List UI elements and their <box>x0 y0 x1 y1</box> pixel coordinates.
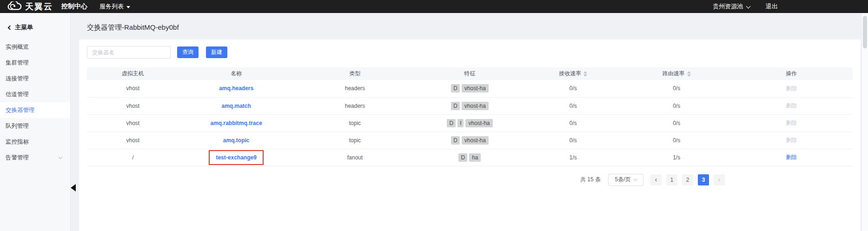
cell-action: 删除 <box>730 132 853 149</box>
highlight-box: test-exchange9 <box>209 150 263 165</box>
col-receive-rate[interactable]: 接收速率 <box>523 67 623 80</box>
cell-receive-rate: 0/s <box>523 97 623 114</box>
delete-action: 删除 <box>786 85 797 92</box>
exchange-name-link[interactable]: amq.match <box>221 103 251 109</box>
cell-route-rate: 0/s <box>623 132 730 149</box>
cell-type: headers <box>294 80 417 97</box>
cell-route-rate: 0/s <box>623 114 730 132</box>
services-menu[interactable]: 服务列表 <box>99 2 130 11</box>
feature-badge: ha <box>469 153 481 162</box>
feature-badge: vhost-ha <box>462 136 489 145</box>
exchange-table: 虚拟主机 名称 类型 特征 接收速率 路由速率 操作 vhost amq.hea… <box>87 67 853 166</box>
delete-action[interactable]: 删除 <box>786 154 797 160</box>
exchange-name-link[interactable]: amq.headers <box>219 85 253 92</box>
cell-receive-rate: 0/s <box>523 114 623 132</box>
chevron-down-icon <box>746 4 751 8</box>
cell-name: test-exchange9 <box>179 149 294 166</box>
scrollbar-thumb[interactable] <box>863 16 867 48</box>
cell-type: topic <box>294 114 417 132</box>
cell-receive-rate: 0/s <box>523 132 623 149</box>
feature-badge: D <box>447 119 456 127</box>
sidebar-item-instance-overview[interactable]: 实例概览 <box>0 39 70 55</box>
sidebar-back[interactable]: 主菜单 <box>0 13 70 39</box>
sidebar-item-exchange-mgmt[interactable]: 交换器管理 <box>0 102 70 118</box>
col-route-rate[interactable]: 路由速率 <box>623 67 730 80</box>
cell-features: Dvhost-ha <box>416 80 523 97</box>
delete-action: 删除 <box>786 102 797 109</box>
feature-badge: D <box>458 153 467 162</box>
cell-receive-rate: 1/s <box>523 149 623 166</box>
cell-route-rate: 0/s <box>623 80 730 97</box>
col-name: 名称 <box>179 67 294 80</box>
cell-action: 删除 <box>730 149 853 166</box>
sort-icon[interactable] <box>583 71 587 77</box>
pagination: 共 15 条 5条/页 ‹ 1 2 3 › <box>87 174 853 186</box>
cell-name: amq.rabbitmq.trace <box>179 114 294 132</box>
page-title: 交换器管理-RabbitMQ-eby0bf <box>87 23 179 32</box>
table-row: vhost amq.match headers Dvhost-ha 0/s 0/… <box>87 97 853 114</box>
sidebar-item-connection-mgmt[interactable]: 连接管理 <box>0 71 70 86</box>
logout-button[interactable]: 退出 <box>766 2 778 11</box>
col-vhost: 虚拟主机 <box>87 67 179 80</box>
page-button-2[interactable]: 2 <box>682 174 693 185</box>
table-row: vhost amq.topic topic Dvhost-ha 0/s 0/s … <box>87 132 853 149</box>
table-header-row: 虚拟主机 名称 类型 特征 接收速率 路由速率 操作 <box>87 67 853 80</box>
table-row: / test-exchange9 fanout Dha 1/s 1/s 删除 <box>87 149 853 166</box>
page-button-1[interactable]: 1 <box>666 174 677 185</box>
cell-vhost: / <box>87 149 179 166</box>
pagination-total: 共 15 条 <box>580 176 601 184</box>
cell-name: amq.headers <box>179 80 294 97</box>
cell-vhost: vhost <box>87 114 179 132</box>
query-button[interactable]: 查询 <box>177 46 199 58</box>
table-row: vhost amq.rabbitmq.trace topic DIvhost-h… <box>87 114 853 132</box>
cell-route-rate: 1/s <box>623 149 730 166</box>
page-button-3[interactable]: 3 <box>698 174 709 185</box>
topbar: 天翼云 控制中心 服务列表 贵州资源池 退出 <box>0 0 868 13</box>
cloud-logo-icon <box>5 1 23 12</box>
cell-features: Dha <box>416 149 523 166</box>
brand-name: 天翼云 <box>25 1 53 12</box>
search-input[interactable] <box>87 46 171 59</box>
feature-badge: I <box>457 119 464 127</box>
sidebar-menu-title: 主菜单 <box>15 23 33 32</box>
sidebar-collapse-handle[interactable] <box>71 184 76 191</box>
sidebar-item-alarm-mgmt[interactable]: 告警管理 <box>0 150 70 165</box>
prev-page-button[interactable]: ‹ <box>650 174 662 185</box>
page-size-select[interactable]: 5条/页 <box>608 174 643 186</box>
cell-features: Dvhost-ha <box>416 132 523 149</box>
sidebar-item-queue-mgmt[interactable]: 队列管理 <box>0 118 70 134</box>
feature-badge: D <box>451 136 460 145</box>
feature-badge: D <box>451 84 460 92</box>
services-menu-label: 服务列表 <box>99 2 124 11</box>
sidebar-item-cluster-mgmt[interactable]: 集群管理 <box>0 55 70 71</box>
col-features: 特征 <box>416 67 523 80</box>
cell-action: 删除 <box>730 80 853 97</box>
cell-name: amq.match <box>179 97 294 114</box>
sidebar-item-monitor-metrics[interactable]: 监控指标 <box>0 134 70 150</box>
cell-vhost: vhost <box>87 80 179 97</box>
sort-icon[interactable] <box>687 71 691 77</box>
col-action: 操作 <box>730 67 853 80</box>
exchange-name-link[interactable]: amq.topic <box>223 137 250 144</box>
exchange-name-link[interactable]: amq.rabbitmq.trace <box>210 120 262 126</box>
chevron-down-icon <box>59 155 62 159</box>
cell-route-rate: 0/s <box>623 97 730 114</box>
next-page-button[interactable]: › <box>714 174 725 185</box>
region-selector[interactable]: 贵州资源池 <box>713 2 750 11</box>
sidebar-item-channel-mgmt[interactable]: 信道管理 <box>0 86 70 102</box>
cell-features: DIvhost-ha <box>416 114 523 132</box>
create-button[interactable]: 新建 <box>206 46 227 58</box>
cell-type: topic <box>294 132 417 149</box>
cell-type: headers <box>294 97 417 114</box>
cell-receive-rate: 0/s <box>523 80 623 97</box>
exchange-name-link[interactable]: test-exchange9 <box>216 154 256 161</box>
sidebar: 主菜单 实例概览 集群管理 连接管理 信道管理 交换器管理 队列管理 监控指标 … <box>0 13 71 231</box>
cell-action: 删除 <box>730 114 853 132</box>
console-center-link[interactable]: 控制中心 <box>61 2 87 11</box>
caret-down-icon <box>126 6 130 8</box>
region-label: 贵州资源池 <box>713 2 743 11</box>
chevron-down-icon <box>633 177 637 181</box>
feature-badge: vhost-ha <box>462 102 489 110</box>
scrollbar-track[interactable] <box>861 13 868 231</box>
cell-type: fanout <box>294 149 417 166</box>
